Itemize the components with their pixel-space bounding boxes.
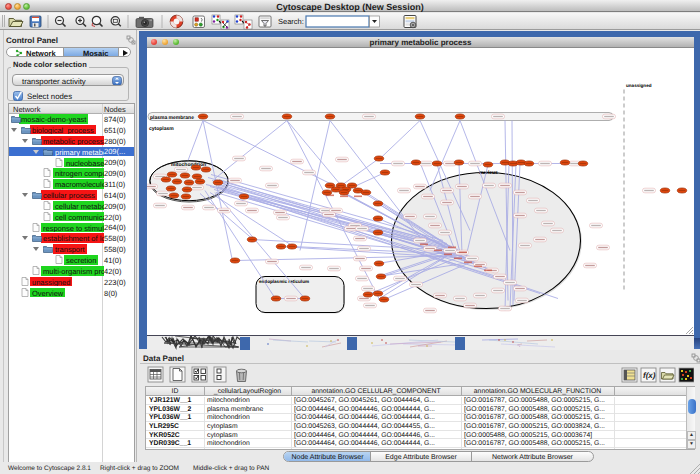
- svg-text:cytoplasm: cytoplasm: [149, 126, 174, 132]
- svg-text:plasma membrane: plasma membrane: [150, 114, 194, 120]
- svg-text:unassigned: unassigned: [626, 83, 652, 88]
- svg-text:f(x): f(x): [643, 371, 656, 380]
- svg-text:nucleus: nucleus: [479, 170, 498, 176]
- svg-text:Search:: Search:: [278, 17, 304, 26]
- svg-text:endoplasmic reticulum: endoplasmic reticulum: [259, 279, 309, 284]
